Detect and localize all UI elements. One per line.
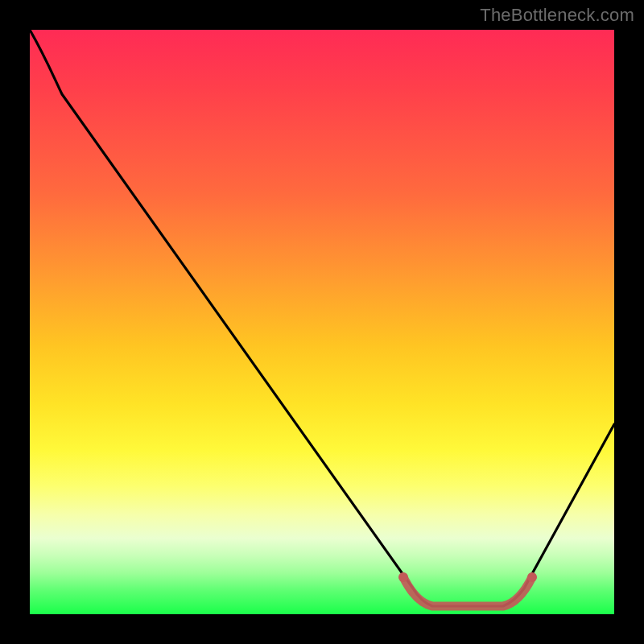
curve-layer <box>30 30 614 614</box>
watermark-text: TheBottleneck.com <box>480 5 634 26</box>
chart-frame: TheBottleneck.com <box>0 0 644 644</box>
plot-area <box>30 30 614 614</box>
flat-highlight <box>403 577 532 606</box>
highlight-start-dot <box>398 572 408 582</box>
bottleneck-curve <box>30 30 614 606</box>
highlight-end-dot <box>527 572 537 582</box>
